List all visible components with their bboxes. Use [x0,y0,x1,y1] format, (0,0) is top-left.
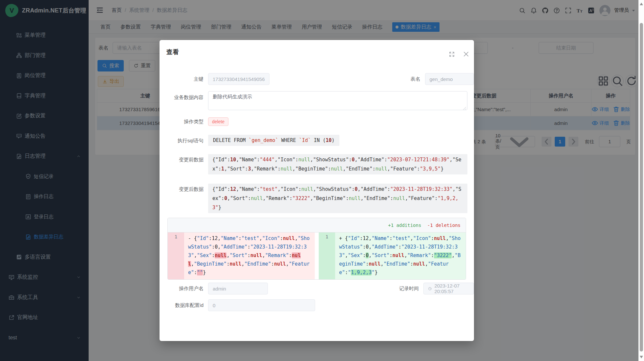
diff-old-code: - {"Id":12,"Name":"test","Icon":null,"Sh… [184,232,315,279]
after-data-json: {"Id":12,"Name":"test","Icon":null,"Show… [208,184,467,213]
scrollbar-thumb[interactable] [640,23,643,351]
before-data-json: {"Id":10,"Name":"444","Icon":null,"ShowS… [208,154,467,174]
diff-old-pane: 1 - {"Id":12,"Name":"test","Icon":null,"… [168,232,315,279]
dialog-close-icon[interactable] [463,51,469,57]
view-dialog: 查看 主键 1732733041941549056 表名 gen_demo 业务… [160,40,474,341]
dialog-fullscreen-icon[interactable] [449,51,455,57]
diff-additions: +1 additions [388,223,421,228]
pk-label: 主键 [166,73,204,85]
diff-viewer: +1 additions -1 deletions 1 - {"Id":12,"… [167,218,466,280]
app-window: V ZRAdmin.NET后台管理 菜单管理部门管理岗位管理字典管理参数设置通知… [0,0,638,361]
pk-field[interactable]: 1732733041941549056 [208,73,269,85]
sql-statement: DELETE FROM `gen_demo` WHERE `Id` IN (10… [208,135,339,146]
scroll-up-icon[interactable] [640,3,643,5]
before-data-label: 变更前数据 [166,154,204,163]
dbid-field[interactable]: 0 [208,299,315,311]
table-name-label: 表名 [378,73,420,85]
scroll-down-icon[interactable] [640,356,643,358]
scrollbar[interactable] [638,0,644,361]
sql-label: 执行sql语句 [166,135,204,147]
dbid-label: 数据库配置id [166,299,204,311]
table-name-field[interactable]: gen_demo [425,73,474,85]
after-data-label: 变更后数据 [166,184,204,193]
record-time-field[interactable]: 2023-12-07 20:05:57 [423,283,474,294]
optype-label: 操作类型 [166,117,204,126]
content-label: 业务数据内容 [166,91,204,101]
content-textarea[interactable]: 删除代码生成演示 [208,91,467,110]
dialog-title: 查看 [166,48,179,56]
diff-new-code: + {"Id":12,"Name":"test","Icon":null,"Sh… [335,232,466,279]
resize-handle-icon[interactable] [463,106,466,109]
record-time-label: 记录时间 [377,283,419,294]
diff-new-line-number: 1 [319,232,335,279]
op-user-field[interactable]: admin [208,283,268,294]
diff-deletions: -1 deletions [427,223,461,228]
clock-icon [428,286,432,291]
diff-summary: +1 additions -1 deletions [168,218,466,232]
diff-new-pane: 1 + {"Id":12,"Name":"test","Icon":null,"… [319,232,466,279]
diff-old-line-number: 1 [168,232,184,279]
optype-tag: delete [208,117,228,126]
diff-divider [315,232,319,279]
op-user-label: 操作用户名 [166,283,204,294]
